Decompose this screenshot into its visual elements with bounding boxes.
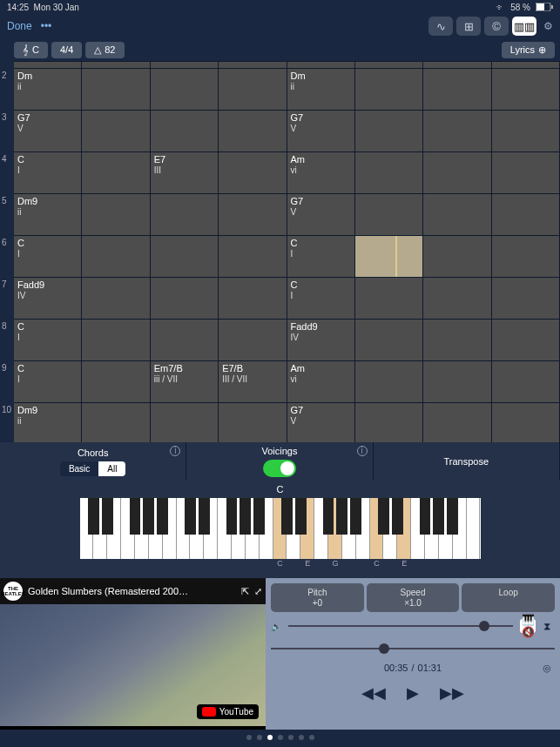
chord-cell[interactable] (82, 361, 150, 402)
hourglass-icon[interactable]: ⧗ (539, 619, 555, 633)
chord-cell[interactable] (82, 278, 150, 319)
chord-cell[interactable] (219, 111, 287, 151)
chord-cell[interactable] (151, 403, 219, 442)
chord-cell[interactable] (151, 111, 219, 151)
cast-icon[interactable]: ◎ (543, 663, 551, 674)
chord-cell[interactable] (423, 194, 491, 235)
chord-cell[interactable]: CI (287, 236, 355, 277)
chord-cell[interactable] (423, 403, 491, 442)
chord-cell[interactable]: Fadd9IV (14, 278, 82, 319)
chord-cell[interactable]: Amvi (287, 152, 355, 193)
chord-mode-segment[interactable]: Basic All (60, 461, 126, 476)
info-icon[interactable]: i (170, 446, 180, 456)
chord-cell[interactable] (219, 403, 287, 442)
chord-cell[interactable]: Fadd9IV (287, 320, 355, 360)
chord-cell[interactable]: G7V (14, 111, 82, 151)
chord-cell[interactable] (219, 194, 287, 235)
timesig-button[interactable]: 4/4 (51, 42, 82, 58)
chord-cell[interactable]: CI (14, 361, 82, 402)
chord-cell[interactable] (219, 278, 287, 319)
page-dots[interactable] (0, 730, 560, 745)
chord-cell[interactable] (355, 111, 423, 151)
chord-cell[interactable] (82, 236, 150, 277)
share-icon[interactable]: ⇱ (241, 586, 249, 597)
chord-cell[interactable] (492, 69, 560, 110)
chord-cell[interactable] (151, 194, 219, 235)
chord-cell[interactable] (423, 236, 491, 277)
fullscreen-icon[interactable]: ⤢ (254, 586, 262, 597)
chord-cell[interactable]: Amvi (287, 361, 355, 402)
chord-cell[interactable] (423, 278, 491, 319)
chord-cell[interactable] (423, 152, 491, 193)
chord-cell[interactable] (151, 236, 219, 277)
seek-slider[interactable] (271, 648, 555, 649)
lyrics-button[interactable]: Lyrics ⊕ (502, 42, 555, 58)
chord-cell[interactable] (151, 69, 219, 110)
chord-cell[interactable] (423, 69, 491, 110)
chord-cell[interactable]: Em7/Biii / VII (151, 361, 219, 402)
chord-cell[interactable] (355, 69, 423, 110)
done-button[interactable]: Done (7, 20, 32, 32)
chord-cell[interactable] (492, 152, 560, 193)
forward-button[interactable]: ▶▶ (440, 683, 464, 703)
chord-cell[interactable]: CI (14, 152, 82, 193)
chord-cell[interactable]: E7III (151, 152, 219, 193)
volume-slider[interactable] (288, 625, 513, 627)
chord-cell[interactable] (151, 278, 219, 319)
chord-cell[interactable]: Dmii (14, 69, 82, 110)
key-button[interactable]: 𝄞 C (14, 42, 48, 58)
pitch-button[interactable]: Pitch+0 (271, 583, 364, 612)
chord-cell[interactable] (355, 320, 423, 360)
chord-cell[interactable] (219, 152, 287, 193)
chord-cell[interactable] (355, 152, 423, 193)
chord-cell[interactable] (492, 320, 560, 360)
chord-cell[interactable] (492, 236, 560, 277)
chord-cell[interactable] (82, 194, 150, 235)
chord-cell[interactable] (82, 69, 150, 110)
chord-cell[interactable] (82, 152, 150, 193)
chord-cell[interactable] (492, 278, 560, 319)
chord-cell[interactable]: Dm9ii (14, 403, 82, 442)
chord-cell[interactable] (219, 320, 287, 360)
info-icon[interactable]: i (357, 446, 368, 456)
chord-cell[interactable]: Dmii (287, 69, 355, 110)
chord-cell[interactable] (219, 236, 287, 277)
chord-cell[interactable] (492, 403, 560, 442)
chord-cell[interactable] (423, 361, 491, 402)
voicings-toggle[interactable] (263, 460, 296, 477)
chord-cell[interactable] (219, 69, 287, 110)
piano-icon[interactable]: ▥▥ (512, 17, 536, 36)
mute-icon[interactable]: 🎹🔇 (520, 619, 536, 633)
chord-cell[interactable] (423, 320, 491, 360)
chord-cell[interactable] (423, 111, 491, 151)
chord-cell[interactable] (355, 194, 423, 235)
more-button[interactable]: ••• (41, 20, 52, 32)
play-button[interactable]: ▶ (407, 683, 419, 703)
piano-keyboard[interactable] (80, 498, 481, 559)
chord-cell[interactable]: Dm9ii (14, 194, 82, 235)
chord-cell[interactable] (355, 278, 423, 319)
chord-cell[interactable]: CI (14, 320, 82, 360)
loop-button[interactable]: Loop (462, 583, 555, 612)
gear-icon[interactable]: ⚙ (543, 20, 553, 32)
chord-cell[interactable]: G7V (287, 403, 355, 442)
grid-icon[interactable]: ⊞ (456, 17, 481, 36)
chord-cell[interactable] (151, 320, 219, 360)
chord-cell[interactable] (492, 111, 560, 151)
chord-cell[interactable]: G7V (287, 111, 355, 151)
transpose-button[interactable]: Transpose (444, 456, 489, 467)
chord-cell[interactable] (492, 361, 560, 402)
chord-cell[interactable] (355, 236, 423, 277)
chord-cell[interactable]: CI (287, 278, 355, 319)
speed-button[interactable]: Speed×1.0 (367, 583, 460, 612)
rewind-button[interactable]: ◀◀ (361, 683, 386, 703)
chord-cell[interactable] (355, 361, 423, 402)
copyright-icon[interactable]: © (484, 17, 509, 36)
chord-cell[interactable] (82, 320, 150, 360)
video-player[interactable]: THEBEATLES Golden Slumbers (Remastered 2… (0, 578, 266, 730)
tempo-button[interactable]: △ 82 (85, 42, 124, 58)
chord-cell[interactable] (355, 403, 423, 442)
chord-cell[interactable]: CI (14, 236, 82, 277)
chord-cell[interactable] (492, 194, 560, 235)
chord-cell[interactable]: G7V (287, 194, 355, 235)
